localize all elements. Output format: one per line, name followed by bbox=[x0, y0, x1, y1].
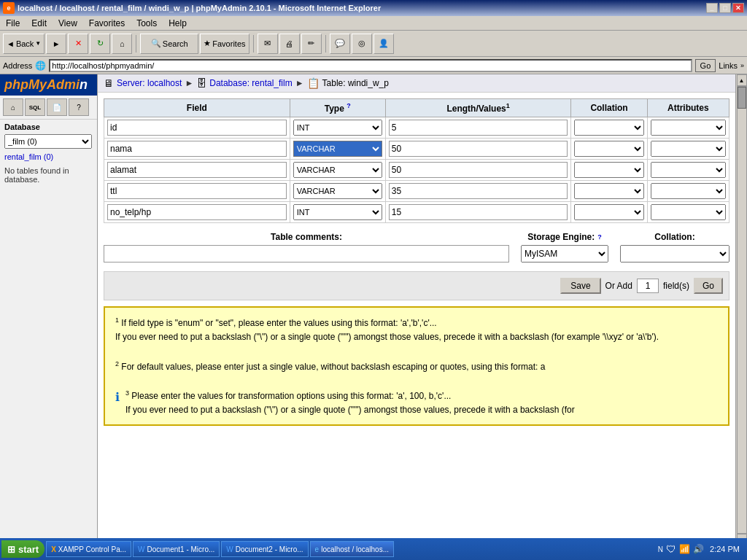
field-attr-select-2[interactable] bbox=[651, 162, 726, 178]
engine-help-icon[interactable]: ? bbox=[597, 233, 602, 241]
mail-button[interactable]: ✉ bbox=[258, 34, 278, 54]
header-collation: Collation bbox=[571, 99, 647, 117]
links-arrow-icon: » bbox=[740, 62, 744, 69]
taskbar-item-browser[interactable]: e localhost / localhos... bbox=[310, 541, 394, 545]
toolbar-separator-1 bbox=[136, 35, 136, 52]
engine-select[interactable]: MyISAM InnoDB MEMORY CSV bbox=[521, 245, 608, 262]
taskbar-item-xampp[interactable]: X XAMPP Control Pa... bbox=[46, 541, 131, 545]
field-length-input-4[interactable] bbox=[389, 204, 568, 220]
sidebar-db-name[interactable]: rental_film (0) bbox=[0, 150, 97, 163]
field-length-input-0[interactable] bbox=[389, 120, 568, 136]
scroll-thumb[interactable] bbox=[738, 87, 746, 109]
header-attributes: Attributes bbox=[647, 99, 729, 117]
sidebar-doc-icon[interactable]: 📄 bbox=[47, 98, 67, 116]
db-link[interactable]: Database: rental_film bbox=[209, 78, 292, 88]
field-name-input-0[interactable] bbox=[107, 120, 287, 136]
content-area: 🖥 Server: localhost ► 🗄 Database: rental… bbox=[98, 74, 735, 545]
breadcrumb-sep-2: ► bbox=[295, 78, 304, 88]
print-button[interactable]: 🖨 bbox=[279, 34, 300, 54]
discuss-button[interactable]: 💬 bbox=[330, 34, 350, 54]
address-input[interactable] bbox=[49, 59, 692, 72]
field-name-input-2[interactable] bbox=[107, 162, 287, 178]
type-help-icon[interactable]: ? bbox=[347, 102, 351, 109]
vertical-scrollbar[interactable]: ▲ ▼ bbox=[735, 74, 747, 545]
menu-favorites[interactable]: Favorites bbox=[86, 18, 128, 29]
note-3: ℹ 3 Please enter the values for transfor… bbox=[115, 388, 718, 417]
scroll-track[interactable] bbox=[737, 86, 747, 534]
sidebar-home-icon[interactable]: ⌂ bbox=[3, 98, 23, 116]
field-attr-select-1[interactable] bbox=[651, 141, 726, 157]
table-row: INTVARCHARTEXTDATEDATETIMEFLOATDOUBLEDEC… bbox=[104, 117, 729, 139]
scroll-up-button[interactable]: ▲ bbox=[737, 74, 747, 86]
sidebar-db-select[interactable]: _film (0) bbox=[4, 134, 92, 149]
save-bar: Save Or Add field(s) Go bbox=[104, 271, 729, 300]
back-label: Back bbox=[16, 39, 34, 48]
links-label: Links bbox=[719, 61, 738, 70]
start-button[interactable]: ⊞ start bbox=[1, 540, 44, 545]
pma-logo: phpMyAdmin bbox=[0, 74, 97, 96]
field-attr-select-3[interactable] bbox=[651, 183, 726, 199]
edit-button[interactable]: ✏ bbox=[301, 34, 322, 54]
print-icon: 🖨 bbox=[285, 39, 293, 48]
field-name-input-1[interactable] bbox=[107, 141, 287, 157]
go-button[interactable]: Go bbox=[695, 59, 716, 72]
minimize-button[interactable]: _ bbox=[706, 3, 718, 13]
menu-tools[interactable]: Tools bbox=[133, 18, 160, 29]
field-name-input-4[interactable] bbox=[107, 204, 287, 220]
menu-file[interactable]: File bbox=[3, 18, 23, 29]
add-fields-input[interactable] bbox=[637, 279, 659, 293]
word1-icon: W bbox=[138, 545, 144, 546]
search-icon: 🔍 bbox=[151, 39, 161, 48]
taskbar-item-doc2[interactable]: W Document2 - Micro... bbox=[221, 541, 308, 545]
sidebar-database-label: Database bbox=[0, 120, 97, 133]
field-type-select-3[interactable]: INTVARCHARTEXTDATEDATETIMEFLOATDOUBLEDEC… bbox=[293, 183, 382, 199]
taskbar-tray: N 🛡 📶 🔊 2:24 PM bbox=[658, 543, 746, 545]
close-button[interactable]: ✕ bbox=[732, 3, 744, 13]
back-dropdown-icon: ▼ bbox=[35, 40, 41, 47]
field-collation-select-0[interactable] bbox=[574, 120, 643, 136]
table-row: INTVARCHARTEXTDATEDATETIMEFLOATDOUBLEDEC… bbox=[104, 202, 729, 223]
sidebar-sql-icon[interactable]: SQL bbox=[25, 98, 45, 116]
field-collation-select-4[interactable] bbox=[574, 204, 643, 220]
search-button[interactable]: 🔍 Search bbox=[140, 34, 198, 54]
favorites-label: Favorites bbox=[212, 39, 245, 48]
field-length-input-2[interactable] bbox=[389, 162, 568, 178]
menu-help[interactable]: Help bbox=[166, 18, 190, 29]
menu-view[interactable]: View bbox=[55, 18, 80, 29]
field-attr-select-0[interactable] bbox=[651, 120, 726, 136]
taskbar-item-doc1[interactable]: W Document1 - Micro... bbox=[133, 541, 220, 545]
home-button[interactable]: ⌂ bbox=[112, 34, 132, 54]
field-type-select-1[interactable]: INTVARCHARTEXTDATEDATETIMEFLOATDOUBLEDEC… bbox=[293, 141, 382, 157]
field-collation-select-1[interactable] bbox=[574, 141, 643, 157]
messenger-button[interactable]: 👤 bbox=[374, 34, 394, 54]
refresh-icon: ↻ bbox=[97, 39, 104, 48]
favorites-button[interactable]: ★ Favorites bbox=[200, 34, 249, 54]
field-collation-select-3[interactable] bbox=[574, 183, 643, 199]
field-type-select-2[interactable]: INTVARCHARTEXTDATEDATETIMEFLOATDOUBLEDEC… bbox=[293, 162, 382, 178]
save-button[interactable]: Save bbox=[560, 278, 600, 294]
field-name-input-3[interactable] bbox=[107, 183, 287, 199]
collation-select[interactable] bbox=[620, 245, 729, 262]
field-attr-select-4[interactable] bbox=[651, 204, 726, 220]
app-icon: e bbox=[3, 2, 15, 14]
toolbar-separator-3 bbox=[325, 35, 326, 52]
stop-button[interactable]: ✕ bbox=[68, 34, 88, 54]
field-length-input-1[interactable] bbox=[389, 141, 568, 157]
back-button[interactable]: ◄ Back ▼ bbox=[3, 34, 44, 54]
field-type-select-0[interactable]: INTVARCHARTEXTDATEDATETIMEFLOATDOUBLEDEC… bbox=[293, 120, 382, 136]
volume-icon: 🔊 bbox=[693, 544, 704, 545]
field-collation-select-2[interactable] bbox=[574, 162, 643, 178]
field-type-select-4[interactable]: INTVARCHARTEXTDATEDATETIMEFLOATDOUBLEDEC… bbox=[293, 204, 382, 220]
field-length-input-3[interactable] bbox=[389, 183, 568, 199]
refresh-button[interactable]: ↻ bbox=[90, 34, 110, 54]
forward-button[interactable]: ► bbox=[46, 34, 66, 54]
server-link[interactable]: Server: localhost bbox=[117, 78, 182, 88]
sidebar-help-icon[interactable]: ? bbox=[69, 98, 89, 116]
back-icon: ◄ bbox=[7, 39, 15, 48]
comments-input[interactable] bbox=[104, 245, 509, 262]
header-length: Length/Values1 bbox=[385, 99, 571, 117]
menu-edit[interactable]: Edit bbox=[28, 18, 50, 29]
go-submit-button[interactable]: Go bbox=[694, 278, 723, 294]
maximize-button[interactable]: □ bbox=[719, 3, 731, 13]
media-button[interactable]: ◎ bbox=[352, 34, 372, 54]
